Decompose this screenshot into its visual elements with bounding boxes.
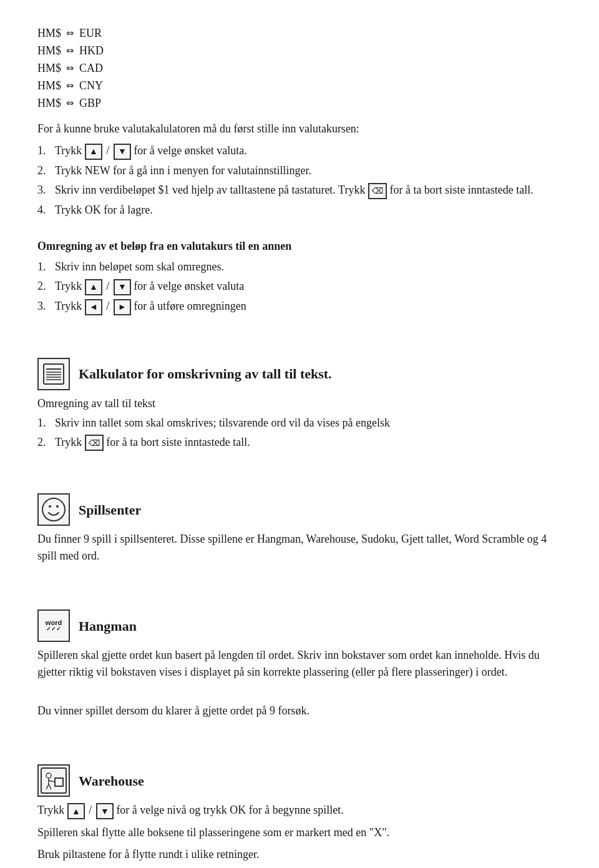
down-arrow-key-1: ▼ bbox=[114, 144, 131, 160]
up-arrow-key-1: ▲ bbox=[85, 144, 102, 160]
backspace-key-2: ⌫ bbox=[85, 435, 104, 451]
conversion-step-3: 3. Trykk ◄ / ► for å utføre omregningen bbox=[37, 298, 562, 315]
currency-step-1: 1. Trykk ▲ / ▼ for å velge ønsket valuta… bbox=[37, 142, 562, 160]
conversion-steps: 1. Skriv inn beløpet som skal omregnes. … bbox=[37, 259, 562, 315]
currency-list: HM$ ⇔ EUR HM$ ⇔ HKD HM$ ⇔ CAD HM$ ⇔ CNY … bbox=[37, 25, 562, 112]
exchange-icon-2: ⇔ bbox=[66, 44, 74, 58]
currency-step-4-text: Trykk OK for å lagre. bbox=[55, 202, 153, 219]
spillsenter-description: Du finner 9 spill i spillsenteret. Disse… bbox=[37, 531, 562, 565]
calc-subheading: Omregning av tall til tekst bbox=[37, 395, 562, 412]
calc-section-heading: Kalkulator for omskrivning av tall til t… bbox=[37, 358, 562, 390]
warehouse-para-1: Spilleren skal flytte alle boksene til p… bbox=[37, 824, 562, 841]
warehouse-section-heading: Warehouse bbox=[37, 764, 562, 797]
svg-point-6 bbox=[42, 498, 65, 521]
calc-step-1-text: Skriv inn tallet som skal omskrives; til… bbox=[55, 415, 390, 432]
up-arrow-key-warehouse: ▲ bbox=[67, 803, 85, 819]
currency-intro: For å kunne bruke valutakalulatoren må d… bbox=[37, 121, 562, 137]
currency-item-cad: HM$ ⇔ CAD bbox=[37, 60, 562, 77]
currency-to-3: CAD bbox=[79, 60, 103, 77]
svg-point-7 bbox=[49, 505, 51, 508]
currency-from-3: HM$ bbox=[37, 60, 61, 77]
svg-line-13 bbox=[49, 781, 55, 782]
currency-step-2-text: Trykk NEW for å gå inn i menyen for valu… bbox=[55, 162, 311, 179]
currency-from-2: HM$ bbox=[37, 42, 61, 59]
calc-title: Kalkulator for omskrivning av tall til t… bbox=[79, 363, 332, 384]
hangman-title: Hangman bbox=[79, 616, 137, 636]
currency-steps: 1. Trykk ▲ / ▼ for å velge ønsket valuta… bbox=[37, 142, 562, 219]
currency-to-2: HKD bbox=[79, 42, 104, 59]
spillsenter-section-heading: Spillsenter bbox=[37, 493, 562, 526]
backspace-key-1: ⌫ bbox=[368, 183, 387, 199]
exchange-icon-4: ⇔ bbox=[66, 79, 74, 93]
currency-to-4: CNY bbox=[79, 77, 103, 94]
currency-to-1: EUR bbox=[79, 25, 102, 42]
currency-step-3: 3. Skriv inn verdibeløpet $1 ved hjelp a… bbox=[37, 182, 562, 199]
currency-from-5: HM$ bbox=[37, 95, 61, 112]
calc-svg bbox=[42, 363, 65, 385]
currency-from-4: HM$ bbox=[37, 77, 61, 94]
up-arrow-key-2: ▲ bbox=[85, 279, 102, 295]
smiley-svg bbox=[41, 497, 66, 522]
currency-item-gbp: HM$ ⇔ GBP bbox=[37, 95, 562, 112]
conversion-heading: Omregning av et beløp fra en valutakurs … bbox=[37, 238, 562, 255]
currency-from-1: HM$ bbox=[37, 25, 61, 42]
word-icon: word ✓✓✓ bbox=[37, 609, 70, 642]
warehouse-icon bbox=[37, 764, 70, 797]
hangman-section-heading: word ✓✓✓ Hangman bbox=[37, 609, 562, 642]
calc-step-1: 1. Skriv inn tallet som skal omskrives; … bbox=[37, 415, 562, 432]
calc-step-2: 2. Trykk ⌫ for å ta bort siste inntasted… bbox=[37, 434, 562, 451]
exchange-icon-1: ⇔ bbox=[66, 26, 74, 41]
conversion-step-1: 1. Skriv inn beløpet som skal omregnes. bbox=[37, 259, 562, 275]
right-arrow-key: ► bbox=[114, 299, 131, 315]
down-arrow-key-2: ▼ bbox=[114, 279, 131, 295]
hangman-para-1: Spilleren skal gjette ordet kun basert p… bbox=[37, 647, 562, 681]
exchange-icon-5: ⇔ bbox=[66, 96, 74, 111]
spillsenter-title: Spillsenter bbox=[79, 500, 141, 520]
warehouse-title: Warehouse bbox=[79, 771, 144, 791]
svg-rect-10 bbox=[55, 778, 63, 786]
currency-item-eur: HM$ ⇔ EUR bbox=[37, 25, 562, 42]
svg-rect-0 bbox=[44, 364, 64, 384]
down-arrow-key-warehouse: ▼ bbox=[96, 803, 114, 819]
currency-step-2: 2. Trykk NEW for å gå inn i menyen for v… bbox=[37, 162, 562, 179]
currency-step-4: 4. Trykk OK for å lagre. bbox=[37, 202, 562, 219]
conversion-step-2: 2. Trykk ▲ / ▼ for å velge ønsket valuta bbox=[37, 278, 562, 295]
calc-steps: 1. Skriv inn tallet som skal omskrives; … bbox=[37, 415, 562, 451]
svg-point-8 bbox=[56, 505, 59, 508]
warehouse-svg bbox=[40, 767, 67, 794]
hangman-para-2: Du vinner spillet dersom du klarer å gje… bbox=[37, 703, 562, 719]
exchange-icon-3: ⇔ bbox=[66, 61, 74, 76]
svg-point-11 bbox=[46, 773, 51, 778]
svg-line-14 bbox=[46, 784, 49, 789]
left-arrow-key: ◄ bbox=[85, 299, 102, 315]
currency-item-cny: HM$ ⇔ CNY bbox=[37, 77, 562, 94]
currency-to-5: GBP bbox=[79, 95, 101, 112]
warehouse-para-2: Bruk piltastene for å flytte rundt i uli… bbox=[37, 846, 562, 863]
calc-icon bbox=[37, 358, 70, 390]
smiley-icon bbox=[37, 493, 70, 526]
warehouse-step-intro: Trykk ▲ / ▼ for å velge nivå og trykk OK… bbox=[37, 802, 562, 819]
currency-item-hkd: HM$ ⇔ HKD bbox=[37, 42, 562, 59]
svg-line-15 bbox=[49, 784, 51, 789]
conversion-step-1-text: Skriv inn beløpet som skal omregnes. bbox=[55, 259, 224, 275]
